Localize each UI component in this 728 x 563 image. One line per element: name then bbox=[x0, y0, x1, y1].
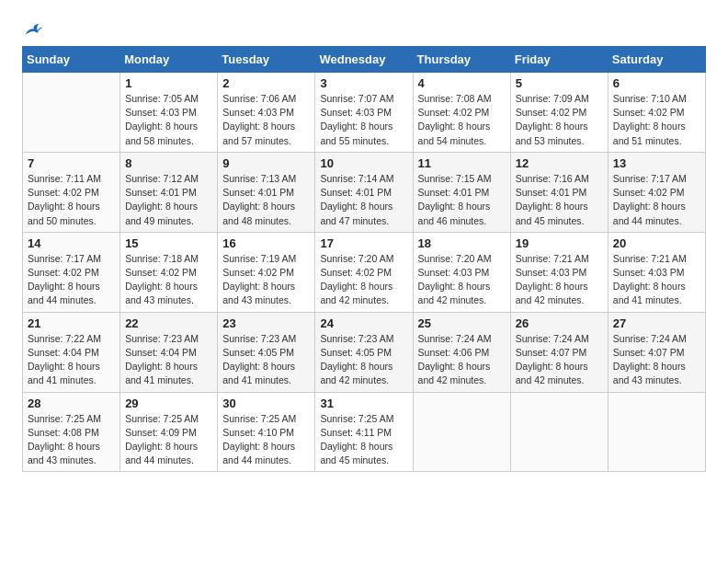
day-number: 1 bbox=[125, 76, 212, 90]
day-number: 11 bbox=[418, 156, 506, 170]
calendar-cell: 10Sunrise: 7:14 AMSunset: 4:01 PMDayligh… bbox=[315, 152, 413, 232]
day-info: Sunrise: 7:23 AMSunset: 4:04 PMDaylight:… bbox=[125, 332, 212, 388]
day-info: Sunrise: 7:09 AMSunset: 4:02 PMDaylight:… bbox=[516, 92, 603, 148]
day-number: 30 bbox=[222, 396, 310, 410]
calendar-table: SundayMondayTuesdayWednesdayThursdayFrid… bbox=[22, 46, 706, 472]
day-info: Sunrise: 7:06 AMSunset: 4:03 PMDaylight:… bbox=[222, 92, 310, 148]
calendar-cell: 19Sunrise: 7:21 AMSunset: 4:03 PMDayligh… bbox=[510, 232, 608, 312]
day-number: 25 bbox=[418, 316, 506, 330]
calendar-cell bbox=[510, 392, 608, 472]
day-number: 10 bbox=[320, 156, 407, 170]
day-info: Sunrise: 7:11 AMSunset: 4:02 PMDaylight:… bbox=[28, 172, 115, 228]
day-info: Sunrise: 7:25 AMSunset: 4:08 PMDaylight:… bbox=[28, 412, 115, 468]
calendar-week-row: 7Sunrise: 7:11 AMSunset: 4:02 PMDaylight… bbox=[23, 152, 706, 232]
calendar-cell: 4Sunrise: 7:08 AMSunset: 4:02 PMDaylight… bbox=[413, 73, 510, 153]
calendar-cell: 29Sunrise: 7:25 AMSunset: 4:09 PMDayligh… bbox=[120, 392, 218, 472]
calendar-cell bbox=[413, 392, 510, 472]
logo bbox=[22, 22, 44, 39]
day-info: Sunrise: 7:10 AMSunset: 4:02 PMDaylight:… bbox=[613, 92, 700, 148]
calendar-week-row: 14Sunrise: 7:17 AMSunset: 4:02 PMDayligh… bbox=[23, 232, 706, 312]
calendar-cell bbox=[23, 73, 120, 153]
calendar-header-row: SundayMondayTuesdayWednesdayThursdayFrid… bbox=[23, 47, 706, 73]
day-info: Sunrise: 7:17 AMSunset: 4:02 PMDaylight:… bbox=[28, 252, 115, 308]
day-number: 27 bbox=[613, 316, 700, 330]
column-header-friday: Friday bbox=[510, 47, 608, 73]
day-number: 13 bbox=[613, 156, 700, 170]
day-number: 21 bbox=[28, 316, 115, 330]
day-info: Sunrise: 7:14 AMSunset: 4:01 PMDaylight:… bbox=[320, 172, 407, 228]
day-number: 3 bbox=[320, 76, 407, 90]
day-info: Sunrise: 7:25 AMSunset: 4:09 PMDaylight:… bbox=[125, 412, 212, 468]
day-number: 19 bbox=[516, 236, 603, 250]
calendar-cell: 14Sunrise: 7:17 AMSunset: 4:02 PMDayligh… bbox=[23, 232, 120, 312]
calendar-cell: 24Sunrise: 7:23 AMSunset: 4:05 PMDayligh… bbox=[315, 312, 413, 392]
day-info: Sunrise: 7:24 AMSunset: 4:06 PMDaylight:… bbox=[418, 332, 506, 388]
day-info: Sunrise: 7:15 AMSunset: 4:01 PMDaylight:… bbox=[418, 172, 506, 228]
day-info: Sunrise: 7:07 AMSunset: 4:03 PMDaylight:… bbox=[320, 92, 407, 148]
calendar-cell: 18Sunrise: 7:20 AMSunset: 4:03 PMDayligh… bbox=[413, 232, 510, 312]
calendar-cell: 3Sunrise: 7:07 AMSunset: 4:03 PMDaylight… bbox=[315, 73, 413, 153]
calendar-cell: 26Sunrise: 7:24 AMSunset: 4:07 PMDayligh… bbox=[510, 312, 608, 392]
column-header-monday: Monday bbox=[120, 47, 218, 73]
day-number: 14 bbox=[28, 236, 115, 250]
day-info: Sunrise: 7:23 AMSunset: 4:05 PMDaylight:… bbox=[320, 332, 407, 388]
day-number: 28 bbox=[28, 396, 115, 410]
day-info: Sunrise: 7:16 AMSunset: 4:01 PMDaylight:… bbox=[516, 172, 603, 228]
day-info: Sunrise: 7:24 AMSunset: 4:07 PMDaylight:… bbox=[613, 332, 700, 388]
day-info: Sunrise: 7:20 AMSunset: 4:02 PMDaylight:… bbox=[320, 252, 407, 308]
column-header-saturday: Saturday bbox=[608, 47, 705, 73]
calendar-cell bbox=[608, 392, 705, 472]
day-number: 12 bbox=[516, 156, 603, 170]
day-info: Sunrise: 7:25 AMSunset: 4:11 PMDaylight:… bbox=[320, 412, 407, 468]
calendar-cell: 15Sunrise: 7:18 AMSunset: 4:02 PMDayligh… bbox=[120, 232, 218, 312]
day-info: Sunrise: 7:22 AMSunset: 4:04 PMDaylight:… bbox=[28, 332, 115, 388]
column-header-thursday: Thursday bbox=[413, 47, 510, 73]
day-info: Sunrise: 7:21 AMSunset: 4:03 PMDaylight:… bbox=[516, 252, 603, 308]
calendar-cell: 21Sunrise: 7:22 AMSunset: 4:04 PMDayligh… bbox=[23, 312, 120, 392]
calendar-cell: 6Sunrise: 7:10 AMSunset: 4:02 PMDaylight… bbox=[608, 73, 705, 153]
day-number: 16 bbox=[222, 236, 310, 250]
day-number: 6 bbox=[613, 76, 700, 90]
day-number: 15 bbox=[125, 236, 212, 250]
calendar-cell: 27Sunrise: 7:24 AMSunset: 4:07 PMDayligh… bbox=[608, 312, 705, 392]
day-info: Sunrise: 7:13 AMSunset: 4:01 PMDaylight:… bbox=[222, 172, 310, 228]
day-number: 2 bbox=[222, 76, 310, 90]
calendar-cell: 17Sunrise: 7:20 AMSunset: 4:02 PMDayligh… bbox=[315, 232, 413, 312]
calendar-week-row: 28Sunrise: 7:25 AMSunset: 4:08 PMDayligh… bbox=[23, 392, 706, 472]
day-info: Sunrise: 7:19 AMSunset: 4:02 PMDaylight:… bbox=[222, 252, 310, 308]
day-number: 20 bbox=[613, 236, 700, 250]
day-number: 7 bbox=[28, 156, 115, 170]
day-info: Sunrise: 7:21 AMSunset: 4:03 PMDaylight:… bbox=[613, 252, 700, 308]
calendar-cell: 11Sunrise: 7:15 AMSunset: 4:01 PMDayligh… bbox=[413, 152, 510, 232]
day-info: Sunrise: 7:23 AMSunset: 4:05 PMDaylight:… bbox=[222, 332, 310, 388]
calendar-cell: 2Sunrise: 7:06 AMSunset: 4:03 PMDaylight… bbox=[218, 73, 315, 153]
day-info: Sunrise: 7:20 AMSunset: 4:03 PMDaylight:… bbox=[418, 252, 506, 308]
day-info: Sunrise: 7:12 AMSunset: 4:01 PMDaylight:… bbox=[125, 172, 212, 228]
day-number: 23 bbox=[222, 316, 310, 330]
logo-bird-icon bbox=[24, 22, 44, 39]
day-number: 17 bbox=[320, 236, 407, 250]
calendar-cell: 25Sunrise: 7:24 AMSunset: 4:06 PMDayligh… bbox=[413, 312, 510, 392]
day-info: Sunrise: 7:24 AMSunset: 4:07 PMDaylight:… bbox=[516, 332, 603, 388]
calendar-cell: 30Sunrise: 7:25 AMSunset: 4:10 PMDayligh… bbox=[218, 392, 315, 472]
calendar-cell: 28Sunrise: 7:25 AMSunset: 4:08 PMDayligh… bbox=[23, 392, 120, 472]
calendar-cell: 8Sunrise: 7:12 AMSunset: 4:01 PMDaylight… bbox=[120, 152, 218, 232]
day-number: 26 bbox=[516, 316, 603, 330]
calendar-week-row: 1Sunrise: 7:05 AMSunset: 4:03 PMDaylight… bbox=[23, 73, 706, 153]
day-number: 29 bbox=[125, 396, 212, 410]
calendar-week-row: 21Sunrise: 7:22 AMSunset: 4:04 PMDayligh… bbox=[23, 312, 706, 392]
calendar-cell: 22Sunrise: 7:23 AMSunset: 4:04 PMDayligh… bbox=[120, 312, 218, 392]
day-info: Sunrise: 7:17 AMSunset: 4:02 PMDaylight:… bbox=[613, 172, 700, 228]
day-info: Sunrise: 7:08 AMSunset: 4:02 PMDaylight:… bbox=[418, 92, 506, 148]
day-info: Sunrise: 7:05 AMSunset: 4:03 PMDaylight:… bbox=[125, 92, 212, 148]
day-number: 24 bbox=[320, 316, 407, 330]
day-number: 31 bbox=[320, 396, 407, 410]
column-header-wednesday: Wednesday bbox=[315, 47, 413, 73]
calendar-cell: 31Sunrise: 7:25 AMSunset: 4:11 PMDayligh… bbox=[315, 392, 413, 472]
calendar-cell: 20Sunrise: 7:21 AMSunset: 4:03 PMDayligh… bbox=[608, 232, 705, 312]
calendar-cell: 23Sunrise: 7:23 AMSunset: 4:05 PMDayligh… bbox=[218, 312, 315, 392]
calendar-cell: 12Sunrise: 7:16 AMSunset: 4:01 PMDayligh… bbox=[510, 152, 608, 232]
column-header-tuesday: Tuesday bbox=[218, 47, 315, 73]
calendar-cell: 16Sunrise: 7:19 AMSunset: 4:02 PMDayligh… bbox=[218, 232, 315, 312]
calendar-cell: 9Sunrise: 7:13 AMSunset: 4:01 PMDaylight… bbox=[218, 152, 315, 232]
